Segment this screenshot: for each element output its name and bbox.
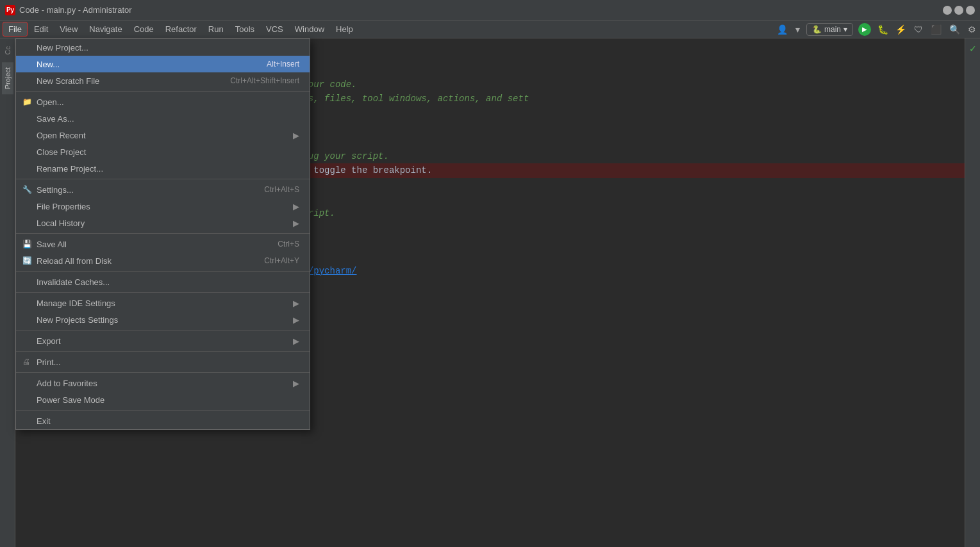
- menu-rename-project[interactable]: Rename Project...: [16, 160, 310, 177]
- file-properties-label: File Properties: [37, 202, 90, 211]
- menu-open[interactable]: 📁 Open...: [16, 94, 310, 110]
- search-everywhere-icon[interactable]: 🔍: [948, 23, 961, 36]
- settings-icon: 🔧: [22, 185, 32, 194]
- open-recent-arrow: ▶: [293, 131, 299, 140]
- menu-new-projects-settings[interactable]: New Projects Settings ▶: [16, 311, 310, 328]
- left-sidebar: Cc Project: [0, 38, 15, 547]
- settings-gear-icon[interactable]: ⚙: [967, 23, 977, 36]
- account-icon[interactable]: 👤: [776, 23, 789, 36]
- manage-ide-label: Manage IDE Settings: [37, 298, 115, 308]
- menu-save-as[interactable]: Save As...: [16, 110, 310, 127]
- run-config-label: main: [824, 25, 841, 34]
- separator-5: [16, 292, 310, 293]
- menu-new[interactable]: New... Alt+Insert: [16, 56, 310, 72]
- close-project-label: Close Project: [37, 147, 86, 157]
- stop-icon[interactable]: ⬛: [929, 23, 943, 36]
- new-scratch-shortcut: Ctrl+Alt+Shift+Insert: [230, 76, 299, 85]
- menu-export[interactable]: Export ▶: [16, 332, 310, 349]
- run-button[interactable]: ▶: [858, 23, 871, 36]
- menu-invalidate-caches[interactable]: Invalidate Caches...: [16, 274, 310, 290]
- menu-new-project[interactable]: New Project...: [16, 39, 310, 56]
- menu-refactor[interactable]: Refactor: [160, 22, 202, 36]
- separator-2: [16, 179, 310, 179]
- separator-3: [16, 233, 310, 234]
- menu-settings[interactable]: 🔧 Settings... Ctrl+Alt+S: [16, 181, 310, 198]
- menu-tools[interactable]: Tools: [230, 22, 260, 36]
- debug-button[interactable]: 🐛: [876, 23, 889, 36]
- coverage-icon[interactable]: 🛡: [913, 23, 924, 36]
- manage-ide-arrow: ▶: [293, 298, 299, 308]
- run-config-icon: 🐍: [812, 25, 822, 34]
- title-bar-title: Code - main.py - Administrator: [19, 5, 132, 15]
- settings-shortcut: Ctrl+Alt+S: [264, 185, 299, 194]
- print-label: Print...: [37, 357, 61, 367]
- menu-file[interactable]: File: [3, 22, 28, 37]
- menu-edit[interactable]: Edit: [29, 22, 53, 36]
- open-icon: 📁: [22, 97, 32, 106]
- title-bar-controls: [943, 6, 975, 15]
- title-bar: Py Code - main.py - Administrator: [0, 0, 980, 20]
- reload-all-shortcut: Ctrl+Alt+Y: [264, 256, 299, 265]
- maximize-button[interactable]: [954, 6, 963, 15]
- menu-bar-right: 👤 ▾ 🐍 main ▾ ▶ 🐛 ⚡ 🛡 ⬛ 🔍 ⚙: [776, 23, 977, 36]
- settings-label: Settings...: [37, 185, 74, 195]
- menu-open-recent[interactable]: Open Recent ▶: [16, 127, 310, 143]
- open-recent-label: Open Recent: [37, 131, 86, 140]
- dropdown-menu-container: New Project... New... Alt+Insert New Scr…: [15, 38, 310, 430]
- menu-help[interactable]: Help: [331, 22, 358, 36]
- menu-file-properties[interactable]: File Properties ▶: [16, 198, 310, 215]
- close-button[interactable]: [966, 6, 975, 15]
- menu-view[interactable]: View: [54, 22, 83, 36]
- new-projects-settings-arrow: ▶: [293, 315, 299, 325]
- menu-bar: File Edit View Navigate Code Refactor Ru…: [0, 20, 980, 38]
- power-save-mode-label: Power Save Mode: [37, 395, 104, 405]
- run-config[interactable]: 🐍 main ▾: [806, 23, 853, 36]
- run-config-chevron: ▾: [843, 25, 847, 34]
- app-icon: Py: [5, 5, 15, 15]
- new-scratch-label: New Scratch File: [37, 76, 99, 86]
- menu-navigate[interactable]: Navigate: [84, 22, 127, 36]
- menu-save-all[interactable]: 💾 Save All Ctrl+S: [16, 236, 310, 252]
- menu-new-scratch[interactable]: New Scratch File Ctrl+Alt+Shift+Insert: [16, 72, 310, 89]
- sidebar-tab-cc[interactable]: Cc: [2, 41, 13, 60]
- title-bar-left: Py Code - main.py - Administrator: [5, 5, 132, 15]
- menu-print[interactable]: 🖨 Print...: [16, 354, 310, 370]
- separator-1: [16, 91, 310, 92]
- minimize-button[interactable]: [943, 6, 952, 15]
- main-layout: Cc Project New Project... New... Alt+Ins…: [0, 38, 980, 547]
- menu-exit[interactable]: Exit: [16, 412, 310, 429]
- save-all-shortcut: Ctrl+S: [278, 240, 299, 249]
- export-arrow: ▶: [293, 336, 299, 346]
- separator-4: [16, 271, 310, 272]
- separator-7: [16, 351, 310, 352]
- menu-run[interactable]: Run: [203, 22, 229, 36]
- menu-add-to-favorites[interactable]: Add to Favorites ▶: [16, 375, 310, 391]
- menu-window[interactable]: Window: [290, 22, 329, 36]
- menu-vcs[interactable]: VCS: [261, 22, 288, 36]
- new-projects-settings-label: New Projects Settings: [37, 315, 118, 325]
- separator-8: [16, 372, 310, 373]
- menu-reload-all[interactable]: 🔄 Reload All from Disk Ctrl+Alt+Y: [16, 252, 310, 269]
- menu-power-save-mode[interactable]: Power Save Mode: [16, 391, 310, 408]
- menu-manage-ide[interactable]: Manage IDE Settings ▶: [16, 295, 310, 311]
- profile-icon[interactable]: ⚡: [894, 23, 908, 36]
- rename-project-label: Rename Project...: [37, 164, 103, 174]
- print-icon: 🖨: [22, 357, 30, 366]
- exit-label: Exit: [37, 416, 51, 426]
- account-chevron-icon[interactable]: ▾: [794, 23, 801, 36]
- save-as-label: Save As...: [37, 114, 74, 124]
- invalidate-caches-label: Invalidate Caches...: [37, 277, 110, 287]
- save-all-icon: 💾: [22, 240, 32, 249]
- sidebar-tab-project[interactable]: Project: [2, 62, 13, 94]
- open-label: Open...: [37, 97, 64, 107]
- menu-code[interactable]: Code: [129, 22, 159, 36]
- add-to-favorites-arrow: ▶: [293, 379, 299, 388]
- local-history-arrow: ▶: [293, 218, 299, 228]
- menu-close-project[interactable]: Close Project: [16, 143, 310, 160]
- file-properties-arrow: ▶: [293, 202, 299, 211]
- new-label: New...: [37, 60, 60, 69]
- export-label: Export: [37, 336, 61, 346]
- reload-icon: 🔄: [22, 256, 32, 265]
- menu-local-history[interactable]: Local History ▶: [16, 215, 310, 231]
- new-shortcut: Alt+Insert: [267, 60, 299, 69]
